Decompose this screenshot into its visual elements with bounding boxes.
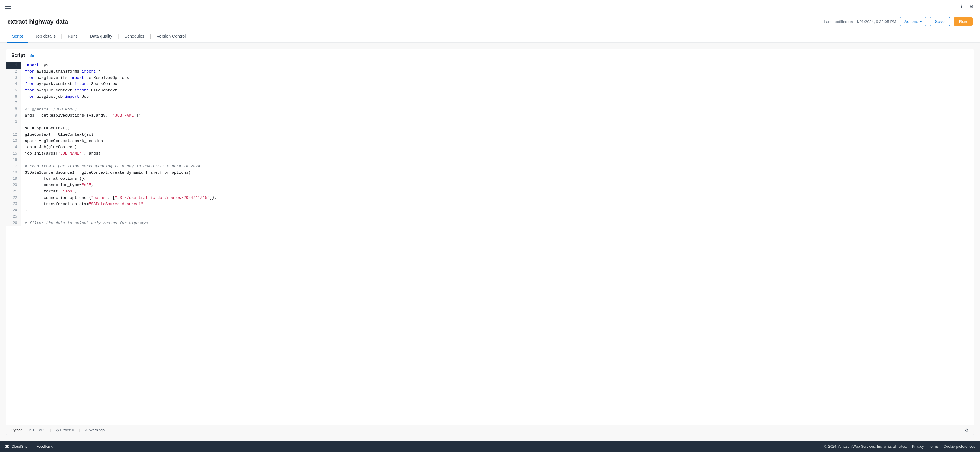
line-number-8: 8 — [6, 106, 21, 113]
table-row: 25 — [6, 214, 974, 220]
job-title: extract-highway-data — [7, 18, 68, 25]
line-number-3: 3 — [6, 75, 21, 81]
privacy-link[interactable]: Privacy — [912, 444, 924, 449]
line-number-15: 15 — [6, 151, 21, 157]
cloudshell-icon: ⌘ — [5, 444, 9, 449]
line-number-12: 12 — [6, 132, 21, 138]
tab-bar: Script | Job details | Runs | Data quali… — [0, 30, 980, 43]
table-row: 19 format_options={}, — [6, 176, 974, 182]
line-number-20: 20 — [6, 182, 21, 189]
table-row: 3 from awsglue.utils import getResolvedO… — [6, 75, 974, 81]
table-row: 15 job.init(args['JOB_NAME'], args) — [6, 151, 974, 157]
line-number-11: 11 — [6, 125, 21, 132]
line-number-10: 10 — [6, 119, 21, 125]
table-row: 5 from awsglue.context import GlueContex… — [6, 87, 974, 94]
line-number-7: 7 — [6, 100, 21, 106]
line-number-19: 19 — [6, 176, 21, 182]
line-number-1: 1 — [6, 62, 21, 68]
tab-divider-4: | — [118, 34, 119, 39]
terms-link[interactable]: Terms — [929, 444, 939, 449]
code-line-5: from awsglue.context import GlueContext — [21, 87, 974, 94]
code-line-12: glueContext = GlueContext(sc) — [21, 132, 974, 138]
last-modified-text: Last modified on 11/21/2024, 9:32:05 PM — [824, 19, 896, 24]
table-row: 18 S3DataSource_dsource1 = glueContext.c… — [6, 170, 974, 176]
table-row: 9 args = getResolvedOptions(sys.argv, ['… — [6, 113, 974, 119]
table-row: 17 # read from a partition corresponding… — [6, 163, 974, 170]
code-line-13: spark = glueContext.spark_session — [21, 138, 974, 144]
code-line-26: # filter the data to select only routes … — [21, 220, 974, 227]
line-number-9: 9 — [6, 113, 21, 119]
line-number-2: 2 — [6, 68, 21, 75]
cookie-preferences-link[interactable]: Cookie preferences — [943, 444, 975, 449]
tab-divider-2: | — [61, 34, 62, 39]
line-number-6: 6 — [6, 94, 21, 100]
tab-data-quality[interactable]: Data quality — [85, 30, 117, 43]
table-row: 8 ## @params: [JOB_NAME] — [6, 106, 974, 113]
code-line-17: # read from a partition corresponding to… — [21, 163, 974, 170]
code-line-24: ) — [21, 207, 974, 214]
table-row: 16 — [6, 157, 974, 163]
actions-button[interactable]: Actions ▾ — [900, 17, 926, 26]
script-panel: Script Info 1 import sys 2 from awsglue.… — [6, 49, 974, 435]
language-indicator: Python — [11, 428, 22, 432]
copyright-text: © 2024, Amazon Web Services, Inc. or its… — [824, 444, 907, 449]
line-number-4: 4 — [6, 81, 21, 87]
status-divider-2: | — [79, 428, 80, 432]
table-row: 7 — [6, 100, 974, 106]
code-line-4: from pyspark.context import SparkContext — [21, 81, 974, 87]
footer-left: ⌘ CloudShell — [5, 444, 29, 449]
table-row: 14 job = Job(glueContext) — [6, 144, 974, 151]
save-button[interactable]: Save — [930, 17, 950, 26]
hamburger-menu-icon[interactable] — [5, 4, 11, 10]
warning-icon: ⚠ — [85, 428, 88, 432]
status-divider-1: | — [50, 428, 51, 432]
line-number-16: 16 — [6, 157, 21, 163]
code-line-16 — [21, 157, 974, 163]
code-table: 1 import sys 2 from awsglue.transforms i… — [6, 62, 974, 227]
errors-label: Errors: 0 — [60, 428, 74, 432]
table-row: 4 from pyspark.context import SparkConte… — [6, 81, 974, 87]
feedback-label[interactable]: Feedback — [37, 444, 52, 449]
table-row: 22 connection_options={"paths": ["s3://u… — [6, 195, 974, 201]
table-row: 12 glueContext = GlueContext(sc) — [6, 132, 974, 138]
line-number-26: 26 — [6, 220, 21, 227]
tab-job-details[interactable]: Job details — [30, 30, 60, 43]
run-button[interactable]: Run — [954, 17, 973, 26]
line-number-22: 22 — [6, 195, 21, 201]
tab-version-control[interactable]: Version Control — [152, 30, 191, 43]
status-bar: Python Ln 1, Col 1 | ⊘ Errors: 0 | ⚠ War… — [6, 425, 974, 435]
header-actions: Last modified on 11/21/2024, 9:32:05 PM … — [824, 17, 973, 26]
tab-divider-3: | — [83, 34, 84, 39]
actions-label: Actions — [904, 19, 918, 24]
warnings-indicator: ⚠ Warnings: 0 — [85, 428, 109, 432]
table-row: 23 transformation_ctx="S3DataSource_dsou… — [6, 201, 974, 208]
info-icon[interactable]: ℹ — [958, 3, 966, 10]
footer-right: © 2024, Amazon Web Services, Inc. or its… — [824, 444, 975, 449]
cloudshell-label[interactable]: CloudShell — [11, 444, 29, 449]
code-line-18: S3DataSource_dsource1 = glueContext.crea… — [21, 170, 974, 176]
script-panel-title: Script — [11, 53, 25, 58]
tab-script[interactable]: Script — [7, 30, 28, 43]
code-line-9: args = getResolvedOptions(sys.argv, ['JO… — [21, 113, 974, 119]
line-number-23: 23 — [6, 201, 21, 208]
line-number-21: 21 — [6, 189, 21, 195]
code-line-7 — [21, 100, 974, 106]
code-line-10 — [21, 119, 974, 125]
line-number-18: 18 — [6, 170, 21, 176]
tab-runs[interactable]: Runs — [63, 30, 83, 43]
footer: ⌘ CloudShell Feedback © 2024, Amazon Web… — [0, 441, 980, 452]
code-line-6: from awsglue.job import Job — [21, 94, 974, 100]
settings-icon[interactable]: ⚙ — [968, 3, 975, 10]
script-panel-header: Script Info — [6, 49, 974, 62]
code-line-11: sc = SparkContext() — [21, 125, 974, 132]
code-editor[interactable]: 1 import sys 2 from awsglue.transforms i… — [6, 62, 974, 425]
code-line-19: format_options={}, — [21, 176, 974, 182]
status-settings-icon[interactable]: ⚙ — [965, 428, 969, 433]
table-row: 1 import sys — [6, 62, 974, 68]
top-bar: ℹ ⚙ — [0, 0, 980, 13]
script-info-badge[interactable]: Info — [27, 54, 34, 58]
code-line-8: ## @params: [JOB_NAME] — [21, 106, 974, 113]
table-row: 6 from awsglue.job import Job — [6, 94, 974, 100]
tab-schedules[interactable]: Schedules — [120, 30, 149, 43]
table-row: 10 — [6, 119, 974, 125]
